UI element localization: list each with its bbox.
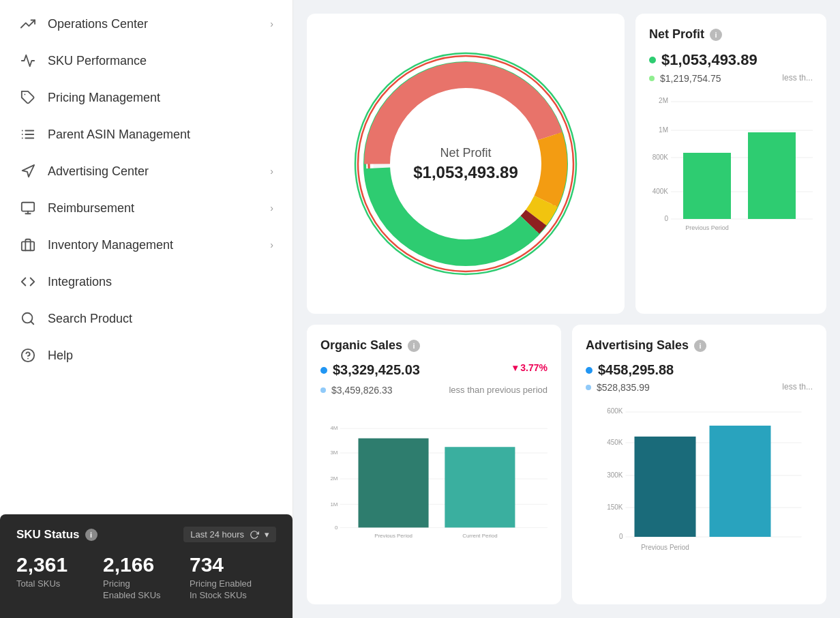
sidebar-item-parent-asin[interactable]: Parent ASIN Management (0, 116, 292, 153)
organic-sales-title: Organic Sales i (320, 338, 548, 353)
net-profit-bar-chart: 2M 1M 800K 400K 0 Previous Period (649, 95, 813, 231)
sku-stat-pricing-enabled-label: PricingEnabled SKUs (103, 578, 190, 602)
net-profit-bar1 (683, 153, 731, 219)
net-profit-chart-svg: 2M 1M 800K 400K 0 Previous Period (649, 95, 813, 231)
sidebar-item-operations-center[interactable]: Operations Center › (0, 5, 292, 42)
dropdown-arrow: ▾ (265, 529, 269, 540)
net-profit-bar2 (748, 132, 796, 219)
adv-sales-bar2 (710, 426, 771, 537)
organic-sales-chart-svg: 4M 3M 2M 1M 0 Previous Period (320, 407, 548, 557)
sku-stat-pricing-instock: 734 Pricing EnabledIn Stock SKUs (190, 553, 276, 602)
sidebar-item-pricing-management[interactable]: Pricing Management (0, 79, 292, 116)
sidebar-label-pricing-management: Pricing Management (48, 91, 273, 105)
svg-text:150K: 150K (607, 503, 623, 511)
sku-stat-pricing-enabled-value: 2,166 (103, 553, 190, 576)
sidebar-label-sku-performance: SKU Performance (48, 54, 273, 68)
advertising-sales-info-icon[interactable]: i (694, 340, 706, 352)
chevron-icon-inventory-management: › (270, 239, 273, 250)
advertising-sales-label: Advertising Sales (586, 338, 689, 353)
organic-sales-change-value: 3.77% (520, 362, 548, 373)
sku-stat-pricing-instock-label: Pricing EnabledIn Stock SKUs (190, 578, 276, 602)
net-profit-label: Net Profit (649, 27, 704, 42)
refresh-icon (250, 530, 259, 540)
sku-stat-total-value: 2,361 (16, 553, 103, 576)
svg-text:1M: 1M (659, 126, 668, 134)
svg-text:2M: 2M (659, 97, 668, 104)
sidebar-item-integrations[interactable]: Integrations (0, 263, 292, 300)
sku-status-title: SKU Status i (16, 528, 97, 542)
organic-sales-primary-value: $3,329,425.03 (333, 362, 420, 378)
advertising-sales-secondary-value: $528,835.99 (597, 382, 650, 393)
sidebar-label-advertising-center: Advertising Center (48, 164, 259, 179)
advertising-sales-secondary: $528,835.99 (586, 382, 650, 393)
organic-sales-card: Organic Sales i $3,329,425.03 ▾ 3.77% $3… (307, 325, 561, 604)
organic-sales-change-badge: ▾ 3.77% (513, 362, 548, 373)
net-profit-secondary-value: $1,219,754.75 (660, 73, 721, 84)
sidebar-item-reimbursement[interactable]: Reimbursement › (0, 190, 292, 226)
advertising-sales-period-label: less th... (782, 382, 813, 392)
sidebar-label-search-product: Search Product (48, 312, 273, 326)
net-profit-primary: $1,053,493.89 (649, 51, 813, 69)
svg-rect-10 (22, 241, 34, 250)
sidebar-item-help[interactable]: Help (0, 337, 292, 374)
sidebar-label-reimbursement: Reimbursement (48, 201, 259, 216)
sku-stat-pricing-enabled: 2,166 PricingEnabled SKUs (103, 553, 190, 602)
organic-sales-secondary: $3,459,826.33 (320, 385, 393, 396)
bottom-section: Organic Sales i $3,329,425.03 ▾ 3.77% $3… (307, 325, 826, 604)
sku-stat-total: 2,361 Total SKUs (16, 553, 103, 602)
search-icon (19, 310, 37, 327)
donut-chart-card: Net Profit $1,053,493.89 (307, 14, 625, 314)
organic-sales-secondary-row: $3,459,826.33 less than previous period (320, 385, 548, 398)
net-profit-primary-dot (649, 57, 656, 63)
reimbursement-icon (19, 199, 37, 217)
organic-sales-secondary-dot (320, 387, 326, 393)
down-arrow-icon: ▾ (513, 362, 518, 373)
net-profit-secondary: $1,219,754.75 (649, 73, 721, 84)
advertising-sales-secondary-dot (586, 385, 591, 390)
sku-status-header: SKU Status i Last 24 hours ▾ (16, 527, 276, 542)
svg-text:Current Period: Current Period (462, 533, 497, 539)
advertising-sales-secondary-row: $528,835.99 less th... (586, 382, 813, 396)
help-icon (19, 347, 37, 364)
sidebar-label-parent-asin: Parent ASIN Management (48, 128, 273, 142)
trending-up-icon (19, 15, 37, 33)
sku-status-info-icon[interactable]: i (85, 529, 97, 541)
svg-text:0: 0 (619, 533, 623, 540)
advertising-sales-bar-chart: 600K 450K 300K 150K 0 Previous Period (586, 404, 813, 554)
svg-text:300K: 300K (607, 471, 623, 479)
sku-status-time[interactable]: Last 24 hours ▾ (183, 527, 276, 542)
main-content: Net Profit $1,053,493.89 Net Profit i $1… (293, 0, 840, 618)
svg-text:3M: 3M (330, 450, 338, 456)
svg-line-12 (31, 321, 33, 324)
sidebar-label-help: Help (48, 349, 273, 363)
top-section: Net Profit $1,053,493.89 Net Profit i $1… (307, 14, 826, 314)
svg-text:Previous Period: Previous Period (685, 224, 729, 231)
organic-sales-bar1 (359, 439, 429, 528)
donut-chart-wrapper: Net Profit $1,053,493.89 (350, 48, 582, 280)
svg-text:Previous Period: Previous Period (374, 533, 412, 539)
sidebar-item-inventory-management[interactable]: Inventory Management › (0, 226, 292, 263)
megaphone-icon (19, 162, 37, 180)
net-profit-primary-value: $1,053,493.89 (661, 51, 758, 69)
list-icon (19, 126, 37, 143)
chevron-icon-operations-center: › (270, 18, 273, 29)
organic-sales-period-label: less than previous period (449, 385, 548, 395)
sidebar: Operations Center › SKU Performance Pric… (0, 0, 293, 618)
organic-sales-info-icon[interactable]: i (408, 340, 420, 352)
net-profit-secondary-row: $1,219,754.75 less th... (649, 73, 813, 87)
net-profit-info-icon[interactable]: i (710, 29, 722, 41)
svg-text:1M: 1M (330, 501, 338, 507)
svg-text:400K: 400K (652, 188, 669, 195)
organic-sales-primary-dot (320, 367, 327, 374)
donut-chart-svg (350, 48, 582, 280)
sku-stat-total-label: Total SKUs (16, 578, 103, 590)
svg-text:600K: 600K (607, 407, 623, 415)
sidebar-label-integrations: Integrations (48, 275, 273, 289)
sidebar-item-sku-performance[interactable]: SKU Performance (0, 42, 292, 79)
sidebar-item-advertising-center[interactable]: Advertising Center › (0, 153, 292, 190)
sku-status-label: SKU Status (16, 528, 80, 542)
advertising-sales-chart-svg: 600K 450K 300K 150K 0 Previous Period (586, 404, 813, 554)
sidebar-item-search-product[interactable]: Search Product (0, 300, 292, 337)
svg-text:4M: 4M (330, 425, 338, 431)
time-label: Last 24 hours (190, 529, 244, 540)
